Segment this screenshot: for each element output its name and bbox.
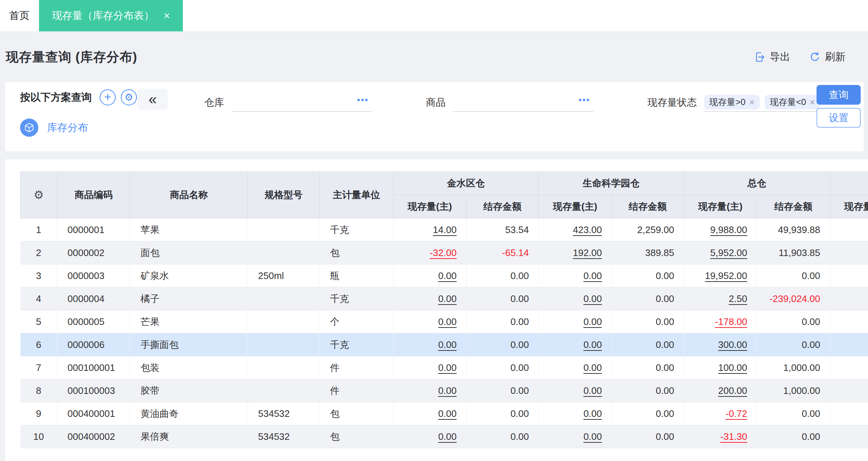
quantity-link[interactable]: 14.00 (433, 224, 457, 235)
quantity-link[interactable]: -178.00 (715, 316, 747, 327)
subcolumn-header: 现存量(主) (393, 195, 466, 218)
quantity-link[interactable]: 0.00 (438, 270, 457, 281)
quantity-cell: 0.00 (539, 333, 612, 356)
clipped-cell (830, 310, 868, 333)
quantity-link[interactable]: 0.00 (583, 339, 602, 350)
amount-value: 0.00 (656, 339, 674, 350)
warehouse-label: 仓库 (204, 93, 224, 151)
clipped-cell (830, 425, 868, 448)
spec-cell (248, 333, 320, 356)
table-row[interactable]: 7000100001包装件0.000.000.000.00100.001,000… (20, 356, 868, 379)
amount-cell: 0.00 (466, 356, 539, 379)
quantity-link[interactable]: 0.00 (438, 408, 457, 419)
scheme-item-inventory-distribution[interactable]: 库存分布 (20, 119, 158, 137)
table-row[interactable]: 60000006手撕面包千克0.000.000.000.00300.000.00 (20, 333, 868, 356)
amount-value: -65.14 (502, 247, 529, 258)
quantity-cell: 2.50 (684, 287, 757, 310)
amount-cell: 0.00 (612, 310, 684, 333)
table-row[interactable]: 8000100003胶带件0.000.000.000.00200.001,000… (20, 379, 868, 402)
quantity-link[interactable]: 0.00 (583, 431, 602, 442)
subcolumn-header: 结存金额 (612, 195, 684, 218)
quantity-cell: 14.00 (393, 218, 466, 241)
quantity-link[interactable]: -32.00 (430, 247, 457, 258)
quantity-link[interactable]: 200.00 (718, 385, 747, 396)
close-icon[interactable]: × (164, 10, 170, 21)
status-tag-positive[interactable]: 现存量>0 × (704, 95, 760, 109)
product-input[interactable]: ⋯ (453, 93, 594, 112)
query-button[interactable]: 查询 (817, 85, 861, 105)
product-name-cell: 苹果 (130, 218, 248, 241)
quantity-link[interactable]: -31.30 (720, 431, 747, 442)
amount-value: 0.00 (510, 385, 529, 396)
column-header: 商品名称 (130, 172, 248, 218)
quantity-link[interactable]: 0.00 (583, 316, 602, 327)
product-code-cell: 0000004 (57, 287, 130, 310)
amount-cell: 0.00 (757, 264, 830, 287)
table-row[interactable]: 10000001苹果千克14.0053.54423.002,259.009,98… (20, 218, 868, 241)
quantity-link[interactable]: 0.00 (438, 362, 457, 373)
warehouse-picker-ellipsis-icon[interactable]: ⋯ (357, 93, 369, 107)
collapse-panel-button[interactable]: « (137, 89, 168, 110)
quantity-link[interactable]: 0.00 (583, 408, 602, 419)
spec-cell (248, 356, 320, 379)
inventory-table: ⚙商品编码商品名称规格型号主计量单位金水区仓生命科学园仓总仓现存量(主)结存金额… (20, 171, 868, 448)
table-row[interactable]: 40000004橘子千克0.000.000.000.002.50-239,024… (20, 287, 868, 310)
remove-tag-icon[interactable]: × (749, 97, 754, 108)
quantity-link[interactable]: 0.00 (438, 316, 457, 327)
export-button[interactable]: 导出 (754, 50, 790, 64)
refresh-button[interactable]: 刷新 (809, 50, 845, 64)
spec-cell (248, 379, 320, 402)
settings-button[interactable]: 设置 (817, 108, 861, 128)
column-header: 商品编码 (57, 172, 130, 218)
table-container: ⚙商品编码商品名称规格型号主计量单位金水区仓生命科学园仓总仓现存量(主)结存金额… (5, 159, 868, 461)
clipped-cell (830, 402, 868, 425)
table-row[interactable]: 9000400001黄油曲奇534532包0.000.000.000.00-0.… (20, 402, 868, 425)
quantity-link[interactable]: 423.00 (573, 224, 602, 235)
table-row[interactable]: 10000400002果倍爽534532包0.000.000.000.00-31… (20, 425, 868, 448)
quantity-link[interactable]: 0.00 (583, 293, 602, 304)
quantity-link[interactable]: 19,952.00 (705, 270, 747, 281)
unit-cell: 包 (320, 241, 393, 264)
row-index-cell: 4 (20, 287, 57, 310)
quantity-link[interactable]: 192.00 (573, 247, 602, 258)
quantity-cell: 192.00 (539, 241, 612, 264)
gear-icon: ⚙ (34, 189, 44, 201)
warehouse-group-header (830, 172, 868, 195)
quantity-link[interactable]: 0.00 (583, 270, 602, 281)
tab-home[interactable]: 首页 (0, 0, 39, 31)
remove-tag-icon[interactable]: × (810, 97, 815, 108)
quantity-link[interactable]: 100.00 (718, 362, 747, 373)
warehouse-input[interactable]: ⋯ (231, 93, 372, 112)
column-settings-button[interactable]: ⚙ (20, 172, 57, 218)
add-scheme-button[interactable]: + (100, 89, 116, 105)
quantity-link[interactable]: 9,988.00 (710, 224, 747, 235)
row-index-cell: 6 (20, 333, 57, 356)
quantity-link[interactable]: 0.00 (438, 339, 457, 350)
quantity-link[interactable]: 0.00 (583, 385, 602, 396)
amount-value: 1,000.00 (783, 362, 820, 373)
amount-value: 0.00 (656, 316, 674, 327)
table-row[interactable]: 50000005芒果个0.000.000.000.00-178.000.00 (20, 310, 868, 333)
amount-cell: -65.14 (466, 241, 539, 264)
product-picker-ellipsis-icon[interactable]: ⋯ (578, 93, 591, 107)
quantity-link[interactable]: 5,952.00 (710, 247, 747, 258)
quantity-link[interactable]: 2.50 (729, 293, 747, 304)
tab-inventory-distribution[interactable]: 现存量（库存分布表） × (39, 0, 183, 31)
amount-cell: 0.00 (466, 425, 539, 448)
quantity-link[interactable]: 0.00 (438, 431, 457, 442)
product-name-cell: 果倍爽 (130, 425, 248, 448)
amount-value: 0.00 (510, 293, 529, 304)
quantity-link[interactable]: 0.00 (583, 362, 602, 373)
scheme-settings-button[interactable]: ⚙ (121, 89, 137, 105)
filter-buttons: 查询 设置 (817, 85, 861, 128)
row-index-cell: 2 (20, 241, 57, 264)
status-tag-negative[interactable]: 现存量<0 × (765, 95, 820, 109)
quantity-link[interactable]: 0.00 (438, 293, 457, 304)
amount-value: 0.00 (656, 385, 674, 396)
quantity-link[interactable]: 0.00 (438, 385, 457, 396)
warehouse-group-header: 生命科学园仓 (539, 172, 684, 195)
table-row[interactable]: 20000002面包包-32.00-65.14192.00389.855,952… (20, 241, 868, 264)
quantity-link[interactable]: -0.72 (726, 408, 747, 419)
quantity-link[interactable]: 300.00 (718, 339, 747, 350)
table-row[interactable]: 30000003矿泉水250ml瓶0.000.000.000.0019,952.… (20, 264, 868, 287)
